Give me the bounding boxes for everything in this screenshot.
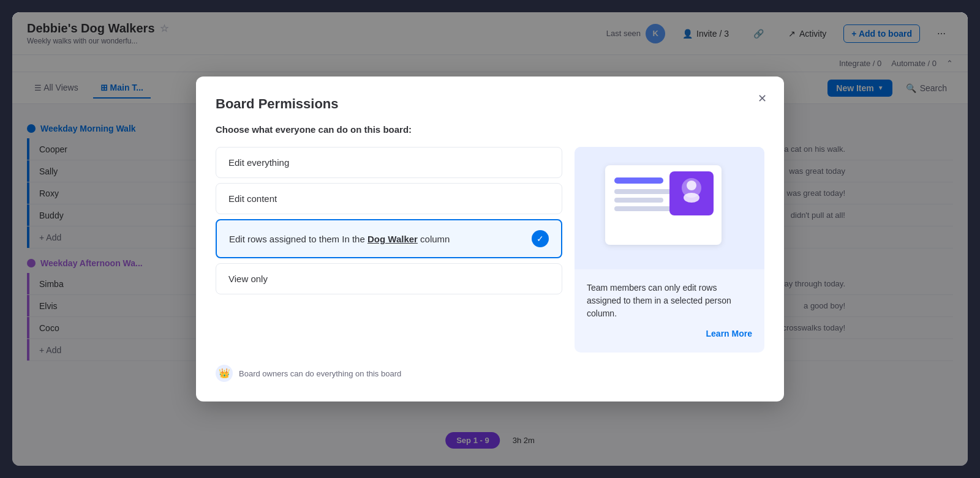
modal-body: Edit everything Edit content Edit rows a… [216,147,764,353]
option-edit-content[interactable]: Edit content [216,183,562,214]
info-text: Team members can only edit rows assigned… [575,269,764,353]
modal-close-button[interactable]: ✕ [752,89,772,108]
option-view-only[interactable]: View only [216,263,562,294]
learn-more-link[interactable]: Learn More [587,327,752,340]
illustration-svg [593,156,746,260]
svg-point-7 [687,181,696,190]
selected-check-icon: ✓ [532,230,549,247]
svg-rect-3 [614,198,663,203]
option-edit-content-label: Edit content [228,193,549,204]
svg-point-8 [684,193,699,203]
board-permissions-modal: ✕ Board Permissions Choose what everyone… [196,77,784,401]
modal-subtitle: Choose what everyone can do on this boar… [216,124,764,135]
modal-footer: 👑 Board owners can do everything on this… [216,365,764,382]
dog-walker-text: Dog Walker [368,234,418,244]
option-edit-assigned[interactable]: Edit rows assigned to them In the Dog Wa… [216,219,562,258]
option-view-only-label: View only [228,274,549,284]
crown-icon: 👑 [216,365,233,382]
info-panel: Team members can only edit rows assigned… [575,147,764,353]
option-edit-everything[interactable]: Edit everything [216,147,562,178]
footer-note-text: Board owners can do everything on this b… [239,369,401,378]
modal-overlay: ✕ Board Permissions Choose what everyone… [12,12,968,466]
svg-rect-4 [614,206,673,211]
modal-title: Board Permissions [216,96,764,112]
option-edit-assigned-label: Edit rows assigned to them In the Dog Wa… [229,234,532,244]
option-edit-everything-label: Edit everything [228,157,549,168]
permissions-options-list: Edit everything Edit content Edit rows a… [216,147,562,353]
info-illustration [575,147,764,269]
svg-rect-1 [614,177,663,184]
